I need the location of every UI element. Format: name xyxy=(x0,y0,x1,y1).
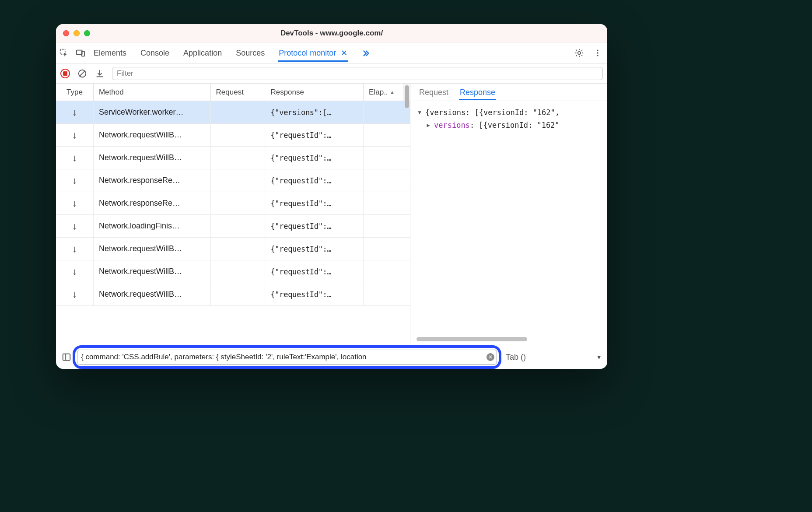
kebab-menu-icon[interactable] xyxy=(592,48,603,58)
cell-response: {"requestId":… xyxy=(265,283,364,305)
svg-point-3 xyxy=(578,51,581,54)
cell-method: Network.requestWillB… xyxy=(94,238,211,260)
cell-response: {"requestId":… xyxy=(265,169,364,192)
titlebar: DevTools - www.google.com/ xyxy=(56,24,607,42)
cell-request xyxy=(211,283,266,305)
details-tab-request[interactable]: Request xyxy=(418,84,449,100)
arrow-down-icon xyxy=(72,198,77,209)
tab-application[interactable]: Application xyxy=(182,44,223,62)
details-panel: Request Response ▼ {versions: [{versionI… xyxy=(410,84,607,345)
table-row[interactable]: Network.responseRe…{"requestId":… xyxy=(56,192,410,215)
cell-request xyxy=(211,238,266,260)
device-toolbar-icon[interactable] xyxy=(75,48,86,58)
cell-method: Network.requestWillB… xyxy=(94,147,211,169)
svg-rect-1 xyxy=(77,50,82,54)
tab-protocol-monitor-label: Protocol monitor xyxy=(279,49,336,57)
arrow-down-icon xyxy=(72,175,77,186)
tab-protocol-monitor[interactable]: Protocol monitor ✕ xyxy=(278,44,348,62)
table-row[interactable]: Network.requestWillB…{"requestId":… xyxy=(56,124,410,147)
close-tab-icon[interactable]: ✕ xyxy=(341,49,347,57)
filter-input[interactable] xyxy=(112,67,603,80)
cell-elapsed xyxy=(364,101,403,123)
minimize-window-button[interactable] xyxy=(74,30,80,36)
devtools-window: DevTools - www.google.com/ xyxy=(56,24,607,369)
tree-root-val: "162", xyxy=(533,108,560,117)
tree-child[interactable]: ▶ versions: [{versionId: "162" xyxy=(416,119,601,132)
cell-request xyxy=(211,147,266,169)
cell-elapsed xyxy=(364,124,403,146)
cell-elapsed xyxy=(364,260,403,283)
tab-console[interactable]: Console xyxy=(140,44,170,62)
table-row[interactable]: Network.loadingFinis…{"requestId":… xyxy=(56,215,410,238)
cell-response: {"requestId":… xyxy=(265,238,364,260)
drawer-toggle-icon[interactable] xyxy=(61,352,72,362)
details-tab-response[interactable]: Response xyxy=(459,84,496,100)
close-window-button[interactable] xyxy=(63,30,69,36)
arrow-down-icon xyxy=(72,152,77,164)
col-method[interactable]: Method xyxy=(94,84,211,101)
protocol-command-input[interactable] xyxy=(77,350,497,365)
tab-elements[interactable]: Elements xyxy=(93,44,127,62)
cell-method: ServiceWorker.worker… xyxy=(94,101,211,123)
table-header: Type Method Request Response Elap.. ▲ xyxy=(56,84,410,101)
svg-rect-9 xyxy=(63,354,70,361)
col-response[interactable]: Response xyxy=(265,84,364,101)
svg-point-6 xyxy=(597,55,598,56)
svg-line-8 xyxy=(80,70,85,76)
cell-elapsed xyxy=(364,169,403,192)
inspect-element-icon[interactable] xyxy=(59,48,69,58)
cell-request xyxy=(211,169,266,192)
table-row[interactable]: Network.requestWillB…{"requestId":… xyxy=(56,283,410,306)
caret-right-icon: ▶ xyxy=(425,121,431,130)
svg-point-4 xyxy=(597,49,598,51)
cell-method: Network.requestWillB… xyxy=(94,124,211,146)
tree-root-text: {versions: [{versionId: xyxy=(425,108,533,117)
settings-icon[interactable] xyxy=(574,48,584,58)
sort-asc-icon: ▲ xyxy=(390,89,395,95)
horizontal-scrollbar[interactable] xyxy=(416,337,601,341)
drawer-expand-icon[interactable]: ▼ xyxy=(596,354,602,361)
command-input-wrap: ✕ xyxy=(77,350,497,365)
arrow-down-icon xyxy=(72,130,77,141)
cell-response: {"requestId":… xyxy=(265,215,364,237)
protocol-toolbar xyxy=(56,63,607,84)
vertical-scrollbar[interactable] xyxy=(403,84,410,101)
cell-response: {"requestId":… xyxy=(265,124,364,146)
cell-method: Network.requestWillB… xyxy=(94,283,211,305)
cell-type xyxy=(56,283,94,305)
cell-request xyxy=(211,260,266,283)
cell-type xyxy=(56,238,94,260)
col-request[interactable]: Request xyxy=(211,84,266,101)
table-row[interactable]: Network.responseRe…{"requestId":… xyxy=(56,169,410,192)
panel-tabs: Elements Console Application Sources Pro… xyxy=(93,44,568,62)
clear-icon[interactable] xyxy=(77,68,88,79)
devtools-tabstrip: Elements Console Application Sources Pro… xyxy=(56,42,607,63)
clear-input-icon[interactable]: ✕ xyxy=(486,353,494,361)
table-row[interactable]: Network.requestWillB…{"requestId":… xyxy=(56,260,410,283)
col-elapsed[interactable]: Elap.. ▲ xyxy=(364,84,403,101)
arrow-down-icon xyxy=(72,221,77,232)
cell-type xyxy=(56,192,94,214)
svg-point-5 xyxy=(597,52,598,53)
table-row[interactable]: ServiceWorker.worker…{"versions":[… xyxy=(56,101,410,124)
tree-root[interactable]: ▼ {versions: [{versionId: "162", xyxy=(416,106,601,119)
table-row[interactable]: Network.requestWillB…{"requestId":… xyxy=(56,238,410,260)
records-table: Type Method Request Response Elap.. ▲ Se… xyxy=(56,84,410,345)
cell-elapsed xyxy=(364,238,403,260)
zoom-window-button[interactable] xyxy=(84,30,90,36)
record-button[interactable] xyxy=(60,69,70,78)
details-tabs: Request Response xyxy=(410,84,607,101)
download-icon[interactable] xyxy=(94,68,105,79)
cell-type xyxy=(56,147,94,169)
drawer-tab-label[interactable]: Tab () xyxy=(502,353,526,362)
arrow-down-icon xyxy=(72,266,77,277)
cell-response: {"requestId":… xyxy=(265,147,364,169)
cell-method: Network.responseRe… xyxy=(94,169,211,192)
cell-method: Network.requestWillB… xyxy=(94,260,211,283)
table-row[interactable]: Network.requestWillB…{"requestId":… xyxy=(56,147,410,169)
more-tabs-icon[interactable] xyxy=(360,48,371,58)
cell-elapsed xyxy=(364,283,403,305)
arrow-down-icon xyxy=(72,243,77,255)
tab-sources[interactable]: Sources xyxy=(235,44,266,62)
col-type[interactable]: Type xyxy=(56,84,94,101)
